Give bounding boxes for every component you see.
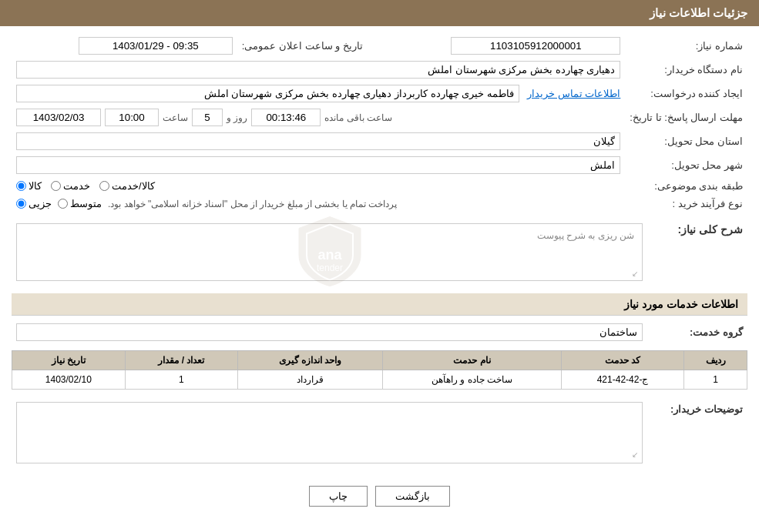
- city-value: [12, 153, 625, 177]
- buyer-notes-table: توضیحات خریدار: ↙: [12, 396, 747, 470]
- services-table-header: ردیف کد حدمت نام حدمت واحد اندازه گیری ت…: [12, 351, 747, 370]
- radio-partial-input[interactable]: [16, 199, 26, 209]
- creator-label: ایجاد کننده درخواست:: [625, 82, 747, 105]
- purchase-type-value: پرداخت تمام یا بخشی از مبلغ خریدار از مح…: [12, 195, 625, 212]
- radio-medium-label: متوسط: [70, 198, 102, 209]
- resize-icon: ↙: [632, 450, 638, 459]
- cell-service-name: ساخت جاده و راهآهن: [382, 370, 561, 390]
- service-group-table: گروه خدمت:: [12, 320, 747, 344]
- deadline-label: مهلت ارسال پاسخ: تا تاریخ:: [625, 105, 747, 129]
- province-value: [12, 129, 625, 153]
- page-title: جزئیات اطلاعات نیاز: [650, 6, 747, 19]
- table-row: نام دستگاه خریدار:: [12, 58, 747, 82]
- radio-services-label: خدمت: [63, 180, 90, 192]
- description-table: شرح کلی نیاز: ana tender: [12, 217, 747, 287]
- radio-goods-services[interactable]: کالا/خدمت: [99, 180, 155, 192]
- service-group-row: گروه خدمت:: [12, 320, 747, 344]
- col-service-name: نام حدمت: [382, 351, 561, 370]
- print-button[interactable]: چاپ: [309, 486, 368, 507]
- buyer-notes-box: ↙: [16, 402, 643, 463]
- creator-value: اطلاعات تماس خریدار: [12, 82, 625, 105]
- description-row: شرح کلی نیاز: ana tender: [12, 217, 747, 287]
- days-label: روز و: [227, 112, 247, 123]
- radio-goods-services-input[interactable]: [99, 181, 109, 191]
- purchase-note: پرداخت تمام یا بخشی از مبلغ خریدار از مح…: [108, 199, 397, 209]
- table-row: استان محل تحویل:: [12, 129, 747, 153]
- description-value: ana tender شن ریزی به شرح پیوست ↙: [12, 217, 647, 287]
- buyer-notes-row: توضیحات خریدار: ↙: [12, 396, 747, 470]
- page-wrapper: جزئیات اطلاعات نیاز شماره نیاز: تاریخ و …: [0, 0, 759, 532]
- buyer-notes-label: توضیحات خریدار:: [647, 396, 747, 470]
- services-table: ردیف کد حدمت نام حدمت واحد اندازه گیری ت…: [12, 350, 747, 390]
- cell-service-code: ج-42-42-421: [561, 370, 683, 390]
- remaining-input[interactable]: [251, 109, 321, 126]
- buyer-org-input[interactable]: [16, 61, 620, 79]
- province-input[interactable]: [16, 132, 620, 150]
- service-group-input[interactable]: [16, 323, 643, 341]
- city-label: شهر محل تحویل:: [625, 153, 747, 177]
- announce-date-value: [12, 34, 237, 58]
- col-unit: واحد اندازه گیری: [238, 351, 383, 370]
- purchase-type-label: نوع فرآیند خرید :: [625, 195, 747, 212]
- radio-services[interactable]: خدمت: [51, 180, 90, 192]
- radio-medium-input[interactable]: [58, 199, 68, 209]
- deadline-value: ساعت باقی مانده روز و ساعت: [12, 105, 625, 129]
- remaining-label: ساعت باقی مانده: [324, 112, 392, 123]
- table-row: شهر محل تحویل:: [12, 153, 747, 177]
- buyer-notes-value: ↙: [12, 396, 647, 470]
- radio-partial-label: جزیی: [29, 198, 52, 209]
- cell-date: 1403/02/10: [12, 370, 126, 390]
- services-section-title: اطلاعات خدمات مورد نیاز: [12, 293, 747, 316]
- need-number-label: شماره نیاز:: [625, 34, 747, 58]
- need-number-value: [378, 34, 625, 58]
- svg-text:ana: ana: [317, 246, 342, 262]
- table-row: مهلت ارسال پاسخ: تا تاریخ: ساعت باقی مان…: [12, 105, 747, 129]
- table-row: نوع فرآیند خرید : پرداخت تمام یا بخشی از…: [12, 195, 747, 212]
- city-input[interactable]: [16, 156, 620, 174]
- radio-goods[interactable]: کالا: [16, 180, 42, 192]
- buyer-org-value: [12, 58, 625, 82]
- province-label: استان محل تحویل:: [625, 129, 747, 153]
- radio-goods-label: کالا: [29, 180, 42, 192]
- cell-quantity: 1: [125, 370, 238, 390]
- announce-date-label: تاریخ و ساعت اعلان عمومی:: [237, 34, 378, 58]
- date-input[interactable]: [16, 109, 101, 126]
- table-row: 1 ج-42-42-421 ساخت جاده و راهآهن قرارداد…: [12, 370, 747, 390]
- category-value: کالا/خدمت خدمت کالا: [12, 177, 625, 195]
- col-service-code: کد حدمت: [561, 351, 683, 370]
- radio-services-input[interactable]: [51, 181, 61, 191]
- radio-medium[interactable]: متوسط: [58, 198, 102, 209]
- announce-date-input[interactable]: [79, 37, 233, 55]
- radio-partial[interactable]: جزیی: [16, 198, 52, 209]
- info-table: شماره نیاز: تاریخ و ساعت اعلان عمومی: نا…: [12, 34, 747, 212]
- radio-goods-input[interactable]: [16, 181, 26, 191]
- page-header: جزئیات اطلاعات نیاز: [0, 0, 759, 26]
- need-number-input[interactable]: [451, 37, 620, 55]
- time-input[interactable]: [105, 109, 159, 126]
- table-row: طبقه بندی موضوعی: کالا/خدمت خدمت: [12, 177, 747, 195]
- svg-text:tender: tender: [316, 262, 342, 273]
- resize-handle: ↙: [632, 269, 638, 278]
- service-group-label: گروه خدمت:: [647, 320, 747, 344]
- category-label: طبقه بندی موضوعی:: [625, 177, 747, 195]
- description-placeholder: شن ریزی به شرح پیوست: [17, 224, 642, 247]
- contact-info-link[interactable]: اطلاعات تماس خریدار: [527, 88, 620, 99]
- buttons-row: بازگشت چاپ: [12, 474, 747, 522]
- days-input[interactable]: [192, 109, 223, 126]
- table-row: شماره نیاز: تاریخ و ساعت اعلان عمومی:: [12, 34, 747, 58]
- col-date: تاریخ نیاز: [12, 351, 126, 370]
- description-label: شرح کلی نیاز:: [647, 217, 747, 287]
- cell-unit: قرارداد: [238, 370, 383, 390]
- col-quantity: تعداد / مقدار: [125, 351, 238, 370]
- cell-row-num: 1: [684, 370, 747, 390]
- time-label: ساعت: [163, 112, 188, 123]
- creator-input[interactable]: [16, 85, 519, 102]
- buyer-org-label: نام دستگاه خریدار:: [625, 58, 747, 82]
- description-box: ana tender شن ریزی به شرح پیوست ↙: [16, 223, 643, 281]
- col-row-num: ردیف: [684, 351, 747, 370]
- service-group-value: [12, 320, 647, 344]
- table-row: ایجاد کننده درخواست: اطلاعات تماس خریدار: [12, 82, 747, 105]
- radio-goods-services-label: کالا/خدمت: [112, 180, 155, 192]
- main-content: شماره نیاز: تاریخ و ساعت اعلان عمومی: نا…: [0, 26, 759, 530]
- back-button[interactable]: بازگشت: [375, 486, 450, 507]
